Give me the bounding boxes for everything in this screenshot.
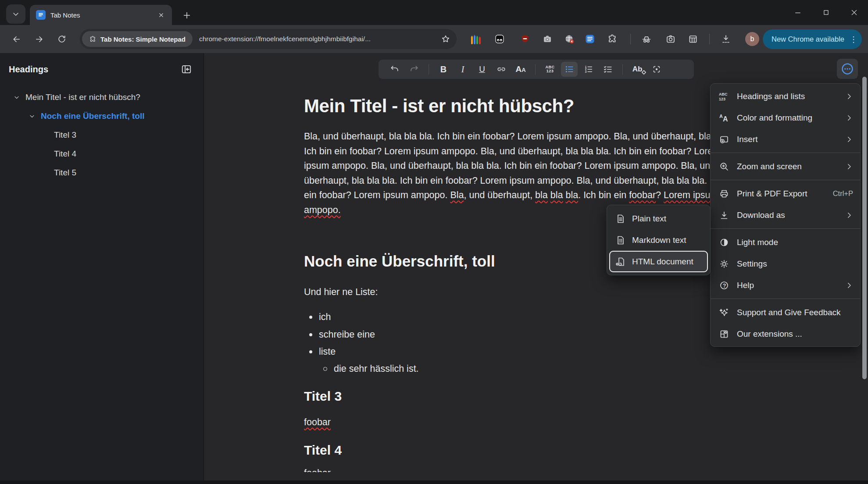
sidebar-item-mein-titel-ist-er-nicht-h-bsch[interactable]: Mein Titel - ist er nicht hübsch? bbox=[0, 88, 204, 107]
camera-extension-icon[interactable] bbox=[542, 34, 553, 44]
toolbar-separator bbox=[630, 34, 631, 44]
sidebar-item-label: Titel 3 bbox=[54, 130, 76, 140]
menu-item-support-and-give-feedback[interactable]: Support and Give Feedback bbox=[711, 302, 860, 323]
reload-icon bbox=[57, 34, 67, 44]
extensions-grid-icon bbox=[719, 329, 729, 339]
tab-notes-extension-icon[interactable] bbox=[585, 34, 595, 44]
misspelled-word: Bla bbox=[450, 190, 464, 200]
tab-search-button[interactable] bbox=[6, 4, 25, 24]
focus-mode-button[interactable] bbox=[648, 62, 665, 77]
editor-toolbar: B I U AA ABC123 123 Ab bbox=[379, 60, 694, 79]
chevron-down-icon[interactable] bbox=[13, 94, 20, 101]
forward-button[interactable] bbox=[31, 31, 47, 47]
downloads-icon[interactable] bbox=[721, 34, 731, 44]
numbered-list-button[interactable]: 123 bbox=[580, 62, 597, 77]
help-icon: ? bbox=[719, 280, 729, 291]
pencils-extension-icon[interactable] bbox=[471, 34, 482, 44]
submenu-item-html-document[interactable]: HTML document bbox=[609, 251, 708, 272]
undo-button[interactable] bbox=[386, 62, 403, 77]
bullet-list-button[interactable] bbox=[561, 62, 578, 77]
headings-tree: Mein Titel - ist er nicht hübsch?Noch ei… bbox=[0, 88, 204, 182]
reload-button[interactable] bbox=[54, 31, 70, 47]
menu-item-settings[interactable]: Settings bbox=[711, 253, 860, 274]
forward-arrow-icon bbox=[34, 34, 44, 44]
extension-name-chip[interactable]: Tab Notes: Simple Notepad bbox=[82, 31, 193, 47]
shield-extension-icon[interactable] bbox=[520, 34, 530, 44]
disc-bullet-icon bbox=[309, 350, 312, 353]
window-close-button[interactable] bbox=[840, 0, 868, 25]
sidebar-item-titel-5[interactable]: Titel 5 bbox=[0, 163, 204, 182]
sidebar-item-titel-4[interactable]: Titel 4 bbox=[0, 144, 204, 163]
bookmark-star-icon[interactable] bbox=[441, 34, 450, 44]
browser-menu-icon[interactable]: ⋮ bbox=[850, 36, 857, 43]
bullet-list-icon bbox=[564, 64, 574, 74]
back-button[interactable] bbox=[8, 31, 25, 47]
font-size-button[interactable]: AA bbox=[512, 62, 529, 77]
menu-item-print-pdf-export[interactable]: Print & PDF ExportCtrl+P bbox=[711, 183, 860, 204]
misspelled-word: bla bbox=[535, 190, 548, 200]
menu-item-zoom-and-screen[interactable]: Zoom and screen bbox=[711, 156, 860, 177]
focus-mode-icon bbox=[652, 64, 661, 74]
collapse-sidebar-button[interactable] bbox=[180, 63, 193, 75]
svg-text:ABC: ABC bbox=[719, 92, 728, 96]
link-button[interactable] bbox=[493, 62, 510, 77]
globe-error-extension-icon[interactable] bbox=[564, 34, 575, 44]
menu-item-headings-and-lists[interactable]: ABC123Headings and lists bbox=[711, 85, 860, 107]
italic-button[interactable]: I bbox=[454, 62, 471, 77]
submenu-item-markdown-text[interactable]: Markdown text bbox=[609, 229, 708, 251]
profile-avatar[interactable]: b bbox=[745, 32, 759, 46]
window-bottom-edge bbox=[0, 480, 868, 484]
doc-markdown-icon bbox=[615, 235, 626, 246]
menu-item-label: Support and Give Feedback bbox=[737, 308, 853, 317]
light-mode-icon bbox=[719, 237, 729, 248]
incognito-icon[interactable] bbox=[641, 34, 652, 44]
menu-item-help[interactable]: ?Help bbox=[711, 274, 860, 296]
chevron-right-icon bbox=[845, 114, 853, 122]
update-chrome-button[interactable]: New Chrome available ⋮ bbox=[763, 29, 862, 49]
new-tab-button[interactable] bbox=[179, 7, 195, 23]
sidebar-item-noch-eine-berschrift-toll[interactable]: Noch eine Überschrift, toll bbox=[0, 107, 204, 125]
chevron-down-icon bbox=[11, 10, 20, 18]
toolbar-separator bbox=[709, 34, 710, 44]
window-minimize-button[interactable] bbox=[784, 0, 812, 25]
chevron-down-icon[interactable] bbox=[29, 113, 36, 120]
menu-item-insert[interactable]: Insert bbox=[711, 128, 860, 150]
back-arrow-icon bbox=[11, 34, 21, 44]
download-as-submenu: Plain textMarkdown textHTML document bbox=[607, 205, 711, 275]
abc-123-button[interactable]: ABC123 bbox=[542, 62, 558, 77]
menu-item-our-extensions[interactable]: Our extensions ... bbox=[711, 323, 860, 345]
check-list-button[interactable] bbox=[600, 62, 616, 77]
menu-item-color-and-formatting[interactable]: AAColor and formatting bbox=[711, 107, 860, 128]
page-scrollbar[interactable] bbox=[862, 77, 867, 379]
submenu-item-label: Markdown text bbox=[632, 235, 686, 245]
address-bar[interactable]: Tab Notes: Simple Notepad chrome-extensi… bbox=[80, 29, 457, 49]
underline-icon: U bbox=[479, 64, 485, 74]
eyes-extension-icon[interactable] bbox=[494, 34, 505, 44]
abc123-icon: ABC123 bbox=[718, 91, 730, 102]
submenu-item-plain-text[interactable]: Plain text bbox=[609, 208, 708, 229]
more-options-icon bbox=[841, 62, 854, 75]
menu-item-light-mode[interactable]: Light mode bbox=[711, 231, 860, 253]
bold-button[interactable]: B bbox=[435, 62, 452, 77]
sidebar-item-titel-3[interactable]: Titel 3 bbox=[0, 125, 204, 144]
disc-bullet-icon bbox=[309, 333, 312, 336]
browser-window: Tab Notes Tab Notes: Simple Notepad chro… bbox=[0, 0, 868, 484]
menu-item-download-as[interactable]: Download as bbox=[711, 204, 860, 226]
svg-text:123: 123 bbox=[719, 97, 725, 101]
menu-divider bbox=[711, 180, 860, 180]
table-icon[interactable] bbox=[688, 34, 698, 44]
tab-close-icon[interactable] bbox=[156, 10, 166, 20]
menu-shortcut: Ctrl+P bbox=[833, 189, 853, 198]
svg-text:A: A bbox=[719, 114, 723, 119]
window-maximize-button[interactable] bbox=[812, 0, 840, 25]
extensions-puzzle-icon[interactable] bbox=[607, 34, 618, 44]
browser-tab[interactable]: Tab Notes bbox=[30, 5, 172, 25]
clear-format-button[interactable]: Ab bbox=[629, 62, 646, 77]
underline-button[interactable]: U bbox=[474, 62, 490, 77]
redo-icon bbox=[409, 64, 419, 74]
more-options-button[interactable] bbox=[837, 59, 858, 79]
redo-button[interactable] bbox=[406, 62, 422, 77]
document-heading-4: Titel 4 bbox=[304, 442, 808, 458]
misspelled-word: ampopo. bbox=[304, 205, 341, 215]
screenshot-icon[interactable] bbox=[665, 34, 676, 44]
